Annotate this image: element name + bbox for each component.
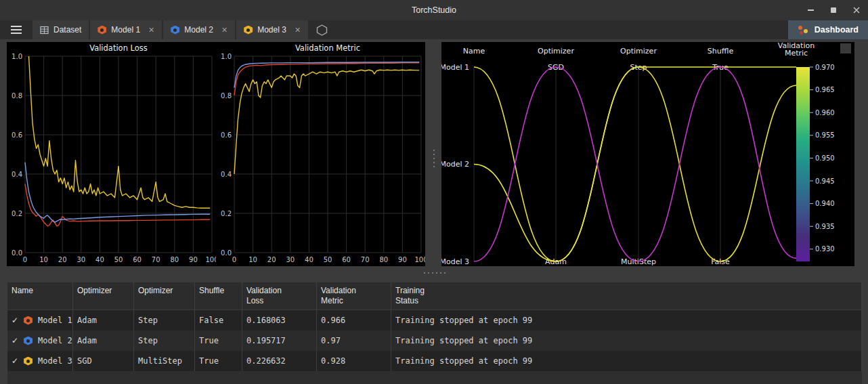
val-loss-cell: 0.226632 [242,351,317,371]
svg-text:100: 100 [205,256,216,263]
svg-text:0.935: 0.935 [815,223,835,230]
svg-text:Optimizer: Optimizer [620,47,657,56]
tab-model-2[interactable]: Model 2✕ [163,20,236,39]
column-header-validation[interactable]: ValidationLoss [242,282,317,310]
svg-text:40: 40 [95,256,104,263]
window-controls [806,0,861,20]
svg-text:30: 30 [286,256,295,263]
svg-text:10: 10 [248,256,257,263]
model-hexagon-icon [24,316,32,325]
tab-close-icon[interactable]: ✕ [148,26,154,35]
row-checkbox[interactable]: ✓ [12,316,18,325]
column-header-optimizer[interactable]: Optimizer [134,282,195,310]
val-metric-cell: 0.928 [317,351,391,371]
column-header-training[interactable]: TrainingStatus [391,282,862,310]
tab-model-3[interactable]: Model 3✕ [236,20,309,39]
dashboard-icon [798,25,809,35]
horizontal-splitter-handle[interactable] [424,272,446,274]
menu-button[interactable] [0,20,32,39]
dashboard-button[interactable]: Dashboard [788,20,868,39]
name-cell: ✓Model 2 [7,330,73,351]
svg-text:Optimizer: Optimizer [538,47,574,56]
status-cell: Training stopped at epoch 99 [391,330,862,351]
tab-dataset[interactable]: Dataset [32,20,90,39]
parallel-coordinates-chart: NameOptimizerOptimizerShuffleValidationM… [441,42,854,269]
new-model-button[interactable] [309,20,334,39]
dashboard-label: Dashboard [815,25,859,35]
close-button[interactable] [852,5,861,15]
column-header-shuffle[interactable]: Shuffle [195,282,242,310]
row-checkbox[interactable]: ✓ [12,336,18,345]
close-icon [853,7,860,14]
svg-text:0: 0 [23,256,27,263]
column-header-optimizer[interactable]: Optimizer [73,282,134,310]
dataset-icon [40,26,49,35]
svg-text:0.4: 0.4 [221,171,232,178]
svg-text:0.955: 0.955 [815,131,835,139]
hyperparameters-panel: NameOptimizerOptimizerShuffleValidationM… [441,42,854,266]
minimize-icon [808,9,814,11]
shuffle-cell: True [195,351,242,371]
status-cell: Training stopped at epoch 99 [391,310,862,330]
panel-corner-button[interactable] [840,43,851,54]
scheduler-cell: MultiStep [134,351,195,371]
svg-text:30: 30 [77,256,85,263]
svg-text:Shuffle: Shuffle [708,47,734,56]
val-loss-cell: 0.168063 [242,310,317,330]
svg-text:Model 1: Model 1 [441,63,469,72]
model-hexagon-icon [24,357,32,366]
maximize-icon [831,7,836,13]
svg-text:80: 80 [379,256,388,263]
model-hexagon-icon [97,26,106,35]
svg-text:0.965: 0.965 [815,86,835,93]
svg-text:0.970: 0.970 [815,64,835,71]
hamburger-icon [11,26,22,27]
column-header-name[interactable]: Name [7,282,73,310]
svg-text:0.960: 0.960 [815,109,835,116]
svg-text:0.6: 0.6 [221,131,232,139]
optimizer-cell: SGD [73,351,134,371]
svg-text:0.8: 0.8 [12,92,22,100]
svg-text:Name: Name [463,47,485,56]
shuffle-cell: True [195,330,242,351]
table-row-model-1[interactable]: ✓Model 1AdamStepFalse0.1680630.966Traini… [7,310,862,330]
svg-text:0.6: 0.6 [12,131,22,139]
svg-text:0.2: 0.2 [221,210,232,217]
tab-close-icon[interactable]: ✕ [295,26,301,35]
maximize-button[interactable] [829,5,838,15]
scheduler-cell: Step [134,330,195,351]
tab-close-icon[interactable]: ✕ [221,26,227,35]
window-title: TorchStudio [412,5,456,15]
model-name: Model 1 [38,316,72,325]
table-row-model-2[interactable]: ✓Model 2AdamStepTrue0.1957170.97Training… [7,330,862,351]
svg-text:60: 60 [133,256,142,263]
svg-text:0.950: 0.950 [815,154,835,162]
table-row-model-3[interactable]: ✓Model 3SGDMultiStepTrue0.2266320.928Tra… [7,351,862,371]
svg-text:50: 50 [324,256,332,263]
svg-text:0.945: 0.945 [815,177,835,185]
svg-text:0.0: 0.0 [221,249,232,257]
svg-text:Model 3: Model 3 [441,257,469,266]
hexagon-outline-icon [316,24,328,36]
svg-text:0.930: 0.930 [815,245,835,253]
row-checkbox[interactable]: ✓ [12,356,18,366]
status-cell: Training stopped at epoch 99 [391,351,862,371]
svg-text:Metric: Metric [785,49,808,58]
torchstudio-window: TorchStudio DatasetModel 1✕Model 2✕Model… [0,0,868,384]
svg-text:70: 70 [152,256,160,263]
tab-label: Model 3 [257,25,286,35]
model-name: Model 2 [38,336,72,345]
model-hexagon-icon [171,26,179,35]
tab-model-1[interactable]: Model 1✕ [90,20,163,39]
minimize-button[interactable] [806,5,815,15]
column-header-validation[interactable]: ValidationMetric [317,282,391,310]
tab-label: Model 1 [111,25,140,35]
tab-label: Dataset [53,25,81,35]
tab-label: Model 2 [184,25,213,35]
svg-text:90: 90 [398,256,407,263]
svg-text:0.2: 0.2 [12,210,22,217]
val-metric-cell: 0.97 [317,330,391,351]
title-bar[interactable]: TorchStudio [0,0,868,20]
svg-text:20: 20 [267,256,276,263]
vertical-splitter-handle[interactable] [433,150,435,167]
